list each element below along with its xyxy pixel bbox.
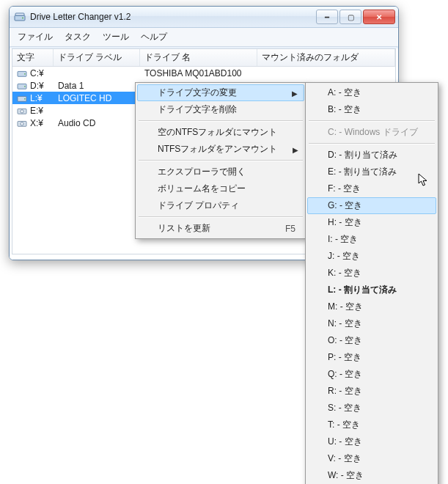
cell-letter: E:¥	[30, 106, 43, 116]
minimize-button[interactable]: ━	[316, 10, 338, 24]
letter-item[interactable]: P: - 空き	[307, 349, 436, 366]
letter-item[interactable]: I: - 空き	[307, 231, 436, 248]
letter-item: C: - Windows ドライブ	[307, 124, 436, 141]
svg-point-4	[24, 73, 26, 75]
letter-item[interactable]: F: - 空き	[307, 180, 436, 197]
letter-item[interactable]: J: - 空き	[307, 248, 436, 265]
mi-shortcut: F5	[285, 224, 295, 234]
letter-item[interactable]: G: - 空き	[307, 197, 436, 214]
cell-letter: D:¥	[30, 81, 44, 91]
menu-separator	[139, 120, 303, 122]
mi-label: リストを更新	[158, 223, 210, 233]
letter-item[interactable]: L: - 割り当て済み	[307, 282, 436, 298]
drive-icon	[17, 81, 27, 90]
mi-label: ドライブ文字の変更	[158, 87, 237, 98]
menu-task[interactable]: タスク	[60, 30, 95, 44]
letter-item[interactable]: N: - 空き	[307, 315, 436, 332]
menu-separator	[139, 216, 303, 218]
svg-point-10	[21, 109, 23, 112]
col-label[interactable]: ドライブ ラベル	[54, 49, 140, 66]
svg-point-1	[22, 18, 23, 19]
letter-item[interactable]: H: - 空き	[307, 214, 436, 231]
letter-item[interactable]: M: - 空き	[307, 298, 436, 315]
letter-item[interactable]: D: - 割り当て済み	[307, 147, 436, 164]
col-mount[interactable]: マウント済みのフォルダ	[257, 49, 395, 66]
cell-label: Audio CD	[58, 118, 95, 128]
svg-point-6	[24, 86, 26, 87]
menubar: ファイル タスク ツール ヘルプ	[10, 28, 398, 47]
maximize-button[interactable]: ▢	[339, 10, 361, 24]
cell-letter: L:¥	[30, 93, 43, 103]
window-title: Drive Letter Changer v1.2	[30, 12, 316, 22]
menu-separator	[139, 160, 303, 161]
mi-refresh[interactable]: リストを更新 F5	[137, 220, 304, 237]
table-row[interactable]: C:¥TOSHIBA MQ01ABD100	[12, 67, 395, 79]
svg-rect-2	[15, 13, 24, 15]
col-name[interactable]: ドライブ 名	[140, 49, 257, 66]
mi-change-letter[interactable]: ドライブ文字の変更 ▶	[137, 84, 304, 101]
letter-item[interactable]: B: - 空き	[307, 101, 436, 118]
window-controls: ━ ▢ ✕	[316, 10, 395, 24]
letter-item[interactable]: W: - 空き	[307, 467, 436, 484]
cell-letter: C:¥	[30, 68, 44, 78]
titlebar[interactable]: Drive Letter Changer v1.2 ━ ▢ ✕	[10, 7, 398, 28]
cell-letter: X:¥	[30, 118, 43, 128]
drive-icon	[17, 106, 27, 115]
drive-icon	[17, 119, 27, 128]
col-letter[interactable]: 文字	[12, 49, 54, 66]
menu-tool[interactable]: ツール	[98, 30, 133, 44]
list-header: 文字 ドライブ ラベル ドライブ 名 マウント済みのフォルダ	[12, 49, 395, 67]
cell-name: TOSHIBA MQ01ABD100	[144, 68, 242, 78]
letter-item[interactable]: U: - 空き	[307, 433, 436, 450]
close-button[interactable]: ✕	[363, 10, 395, 24]
letter-item[interactable]: V: - 空き	[307, 450, 436, 467]
submenu-arrow-icon: ▶	[293, 145, 298, 153]
letter-item[interactable]: S: - 空き	[307, 400, 436, 417]
mi-delete-letter[interactable]: ドライブ文字を削除	[137, 101, 304, 118]
svg-point-12	[21, 122, 23, 125]
mi-unmount-ntfs[interactable]: NTFSフォルダをアンマウント ▶	[137, 141, 304, 158]
submenu-arrow-icon: ▶	[292, 89, 298, 97]
context-menu: ドライブ文字の変更 ▶ ドライブ文字を削除 空のNTFSフォルダにマウント NT…	[135, 82, 306, 239]
letter-item[interactable]: A: - 空き	[307, 84, 436, 101]
menu-separator	[309, 143, 435, 144]
menu-separator	[309, 120, 435, 122]
letter-item[interactable]: R: - 空き	[307, 383, 436, 400]
mi-open-explorer[interactable]: エクスプローラで開く	[137, 164, 304, 180]
drive-icon	[17, 94, 27, 103]
drive-icon	[17, 69, 27, 78]
app-icon	[14, 11, 26, 23]
letter-item[interactable]: T: - 空き	[307, 417, 436, 433]
menu-help[interactable]: ヘルプ	[136, 30, 172, 44]
letter-item[interactable]: Q: - 空き	[307, 366, 436, 383]
mi-copy-volname[interactable]: ボリューム名をコピー	[137, 180, 304, 197]
letter-item[interactable]: O: - 空き	[307, 332, 436, 349]
mi-label: NTFSフォルダをアンマウント	[158, 144, 277, 154]
svg-point-8	[24, 98, 26, 100]
cell-label: LOGITEC HD	[58, 93, 111, 103]
mi-mount-ntfs[interactable]: 空のNTFSフォルダにマウント	[137, 124, 304, 141]
letter-item[interactable]: E: - 割り当て済み	[307, 164, 436, 180]
menu-file[interactable]: ファイル	[13, 30, 57, 44]
mi-drive-prop[interactable]: ドライブ プロパティ	[137, 197, 304, 214]
letters-submenu: A: - 空きB: - 空きC: - Windows ドライブD: - 割り当て…	[305, 82, 438, 484]
cell-label: Data 1	[58, 81, 84, 91]
letter-item[interactable]: K: - 空き	[307, 265, 436, 282]
